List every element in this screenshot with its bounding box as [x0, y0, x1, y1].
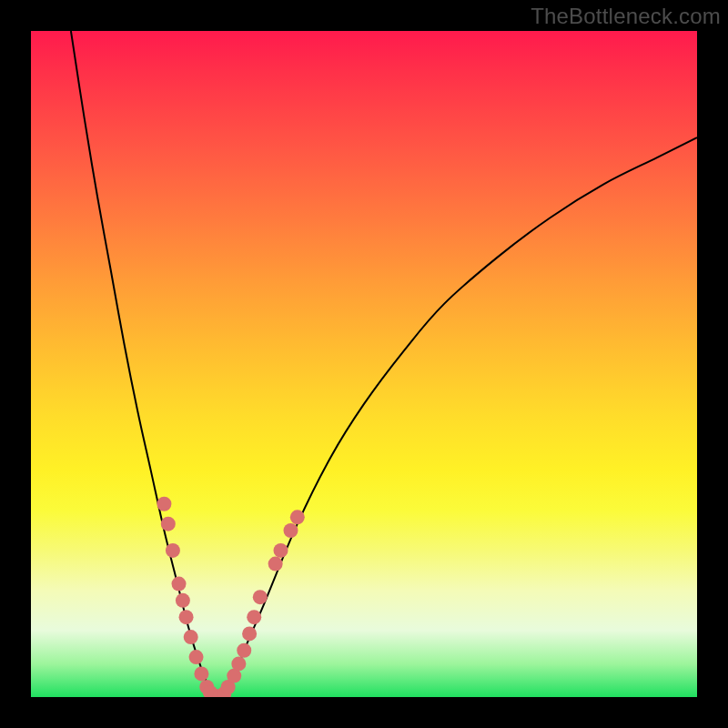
- curve-left-branch: [71, 31, 217, 697]
- data-point: [189, 650, 204, 664]
- data-point: [179, 610, 194, 624]
- watermark-text: TheBottleneck.com: [531, 4, 721, 29]
- plot-area: [31, 31, 697, 697]
- data-point: [283, 523, 298, 538]
- marker-layer: [157, 497, 304, 697]
- data-point: [176, 593, 190, 608]
- data-point: [166, 543, 180, 558]
- data-point: [253, 590, 268, 604]
- curve-layer: [71, 31, 697, 697]
- data-point: [274, 543, 288, 558]
- data-point: [161, 517, 176, 531]
- chart-frame: TheBottleneck.com: [0, 0, 728, 728]
- data-point: [194, 666, 208, 681]
- data-point: [231, 656, 246, 671]
- data-point: [157, 497, 171, 511]
- data-point: [247, 610, 261, 624]
- curve-right-branch: [217, 137, 697, 697]
- data-point: [242, 626, 257, 641]
- data-point: [184, 630, 198, 644]
- data-point: [237, 643, 251, 658]
- data-point: [290, 510, 305, 524]
- chart-svg: [31, 31, 697, 697]
- data-point: [172, 577, 187, 592]
- data-point: [268, 557, 283, 571]
